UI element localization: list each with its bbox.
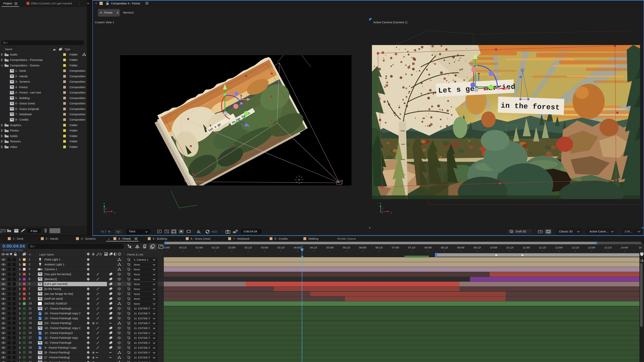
svg-text:Y: Y (103, 202, 105, 205)
svg-text:Z: Z (382, 207, 383, 210)
svg-text:Z: Z (106, 207, 107, 210)
svg-text:Y: Y (380, 202, 381, 205)
svg-text:Ps: Ps (39, 332, 41, 334)
svg-text:Ps: Ps (39, 346, 41, 349)
svg-text:Ps: Ps (39, 312, 41, 314)
svg-text:X: X (114, 211, 116, 214)
svg-text:X: X (390, 211, 392, 214)
svg-text:Ps: Ps (39, 337, 41, 339)
svg-text:Ps: Ps (39, 317, 41, 319)
